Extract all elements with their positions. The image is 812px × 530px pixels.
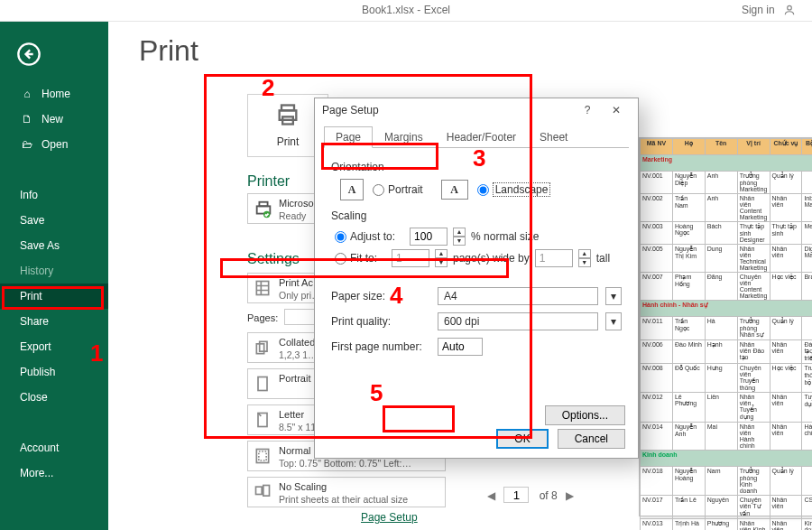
dialog-tabs: Page Margins Header/Footer Sheet xyxy=(324,126,629,148)
page-title: Print xyxy=(139,34,812,68)
user-icon xyxy=(783,4,796,16)
new-icon: 🗋 xyxy=(20,113,34,126)
nav-save-as[interactable]: Save As xyxy=(0,233,108,258)
tab-header-footer[interactable]: Header/Footer xyxy=(435,126,528,148)
collated-icon xyxy=(254,339,272,360)
paper-size-label: Paper size: xyxy=(331,290,430,302)
nav-close-label: Close xyxy=(20,391,48,404)
fit-radio-label: Fit to: xyxy=(350,252,377,265)
nav-publish[interactable]: Publish xyxy=(0,359,108,385)
landscape-orientation-icon: A xyxy=(441,180,468,200)
sign-in-link[interactable]: Sign in xyxy=(742,4,796,16)
dialog-close-button[interactable]: ✕ xyxy=(602,104,631,116)
paper-size-field[interactable]: A4 xyxy=(438,287,598,305)
scaling-selector[interactable]: No Scaling Print sheets at their actual … xyxy=(247,477,446,507)
open-icon: 🗁 xyxy=(20,138,34,151)
nav-publish-label: Publish xyxy=(20,366,55,378)
preview-page: Mã NVHọTênVị tríChức vụBộ phậnGiới tínhN… xyxy=(639,137,812,516)
title-bar: Book1.xlsx - Excel Sign in xyxy=(0,0,812,22)
cancel-button[interactable]: Cancel xyxy=(558,429,625,449)
fit-tall-spinner[interactable]: ▲▼ xyxy=(578,249,591,267)
adjust-value-input[interactable] xyxy=(410,228,448,246)
nav-info-label: Info xyxy=(20,189,38,201)
scaling-icon xyxy=(254,483,272,505)
print-quality-row: Print quality: 600 dpi ▾ xyxy=(331,312,622,330)
printer-item-icon xyxy=(254,200,273,223)
orientation-icon xyxy=(254,375,272,396)
setting6-l1: No Scaling xyxy=(279,481,439,494)
app-title: Book1.xlsx - Excel xyxy=(362,4,450,16)
dialog-titlebar[interactable]: Page Setup ? ✕ xyxy=(315,98,638,122)
page-setup-link[interactable]: Page Setup xyxy=(361,511,418,524)
back-button[interactable] xyxy=(16,42,42,70)
nav-account[interactable]: Account xyxy=(0,435,108,460)
next-page-button[interactable]: ▶ xyxy=(560,489,579,502)
dialog-help-button[interactable]: ? xyxy=(573,104,602,116)
first-page-label: First page number: xyxy=(331,340,430,353)
fit-tall-label: tall xyxy=(596,252,610,265)
print-quality-field[interactable]: 600 dpi xyxy=(438,312,598,330)
preview-table: Mã NVHọTênVị tríChức vụBộ phậnGiới tínhN… xyxy=(640,138,812,530)
page-of-label: of 8 xyxy=(540,489,558,502)
svg-rect-15 xyxy=(256,487,263,494)
paper-size-dropdown[interactable]: ▾ xyxy=(605,287,622,305)
scaling-label: Scaling xyxy=(331,209,622,222)
tab-margins[interactable]: Margins xyxy=(373,126,435,148)
nav-export-label: Export xyxy=(20,340,51,353)
fit-wide-spinner[interactable]: ▲▼ xyxy=(435,249,448,267)
adjust-radio[interactable]: Adjust to: xyxy=(335,230,395,243)
svg-rect-16 xyxy=(263,486,270,497)
nav-more[interactable]: More... xyxy=(0,460,108,486)
nav-export[interactable]: Export xyxy=(0,334,108,359)
pages-label: Pages: xyxy=(247,312,278,323)
sheet-icon xyxy=(254,279,272,301)
nav-close[interactable]: Close xyxy=(0,385,108,410)
options-button[interactable]: Options... xyxy=(545,405,625,425)
settings-heading: Settings xyxy=(247,251,300,267)
nav-history-label: History xyxy=(20,265,53,277)
home-icon: ⌂ xyxy=(20,88,34,100)
fit-wide-label: page(s) wide by xyxy=(453,252,530,265)
tab-sheet[interactable]: Sheet xyxy=(528,126,579,148)
fit-wide-input[interactable] xyxy=(392,249,429,267)
nav-open[interactable]: 🗁Open xyxy=(0,132,108,157)
landscape-radio-label: Landscape xyxy=(493,182,551,197)
tab-page[interactable]: Page xyxy=(324,126,373,148)
papersize-icon xyxy=(254,411,272,432)
printer-heading: Printer xyxy=(247,173,290,190)
nav-print-label: Print xyxy=(20,290,42,302)
fit-radio[interactable]: Fit to: xyxy=(335,252,377,265)
nav-home-label: Home xyxy=(42,88,70,100)
svg-rect-8 xyxy=(256,282,268,295)
page-number-input[interactable] xyxy=(503,487,529,503)
nav-print[interactable]: Print xyxy=(0,284,108,309)
ok-button[interactable]: OK xyxy=(496,429,548,449)
nav-share-label: Share xyxy=(20,315,49,328)
print-quality-dropdown[interactable]: ▾ xyxy=(605,312,622,330)
print-quality-label: Print quality: xyxy=(331,315,430,328)
sign-in-label: Sign in xyxy=(742,4,775,16)
fit-tall-input[interactable] xyxy=(535,249,573,267)
nav-save[interactable]: Save xyxy=(0,208,108,233)
adjust-spinner[interactable]: ▲▼ xyxy=(453,228,466,246)
adjust-radio-label: Adjust to: xyxy=(350,230,395,243)
paper-size-row: Paper size: A4 ▾ xyxy=(331,287,622,305)
nav-new[interactable]: 🗋New xyxy=(0,107,108,132)
prev-page-button[interactable]: ◀ xyxy=(482,489,501,502)
nav-save-label: Save xyxy=(20,214,44,227)
svg-point-0 xyxy=(788,5,792,10)
portrait-radio[interactable]: Portrait xyxy=(373,183,423,196)
portrait-orientation-icon: A xyxy=(340,179,364,200)
svg-rect-10 xyxy=(260,341,267,351)
nav-info[interactable]: Info xyxy=(0,182,108,208)
svg-rect-6 xyxy=(259,202,267,207)
first-page-row: First page number: xyxy=(331,338,622,356)
setting6-l2: Print sheets at their actual size xyxy=(279,494,439,506)
svg-rect-14 xyxy=(259,451,266,460)
landscape-radio[interactable]: Landscape xyxy=(477,182,551,197)
first-page-input[interactable] xyxy=(438,338,483,356)
nav-share[interactable]: Share xyxy=(0,309,108,334)
nav-home[interactable]: ⌂Home xyxy=(0,81,108,107)
nav-account-label: Account xyxy=(20,442,59,454)
page-setup-dialog: Page Setup ? ✕ Page Margins Header/Foote… xyxy=(314,98,639,459)
